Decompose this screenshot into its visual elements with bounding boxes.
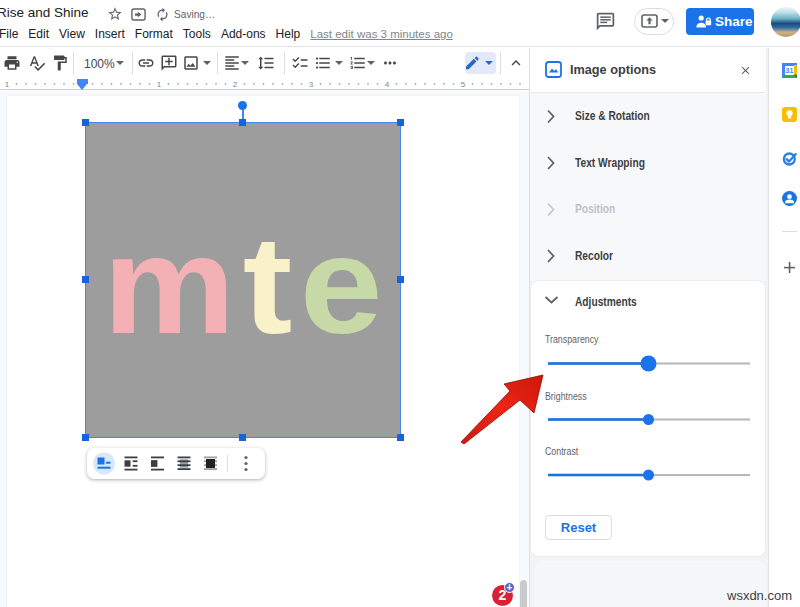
svg-text:4: 4 <box>385 80 390 89</box>
svg-text:1: 1 <box>5 80 10 89</box>
svg-text:1: 1 <box>157 80 162 89</box>
svg-text:5: 5 <box>461 80 466 89</box>
svg-text:2: 2 <box>233 80 238 89</box>
svg-text:3: 3 <box>309 80 314 89</box>
svg-text:31: 31 <box>786 67 794 74</box>
